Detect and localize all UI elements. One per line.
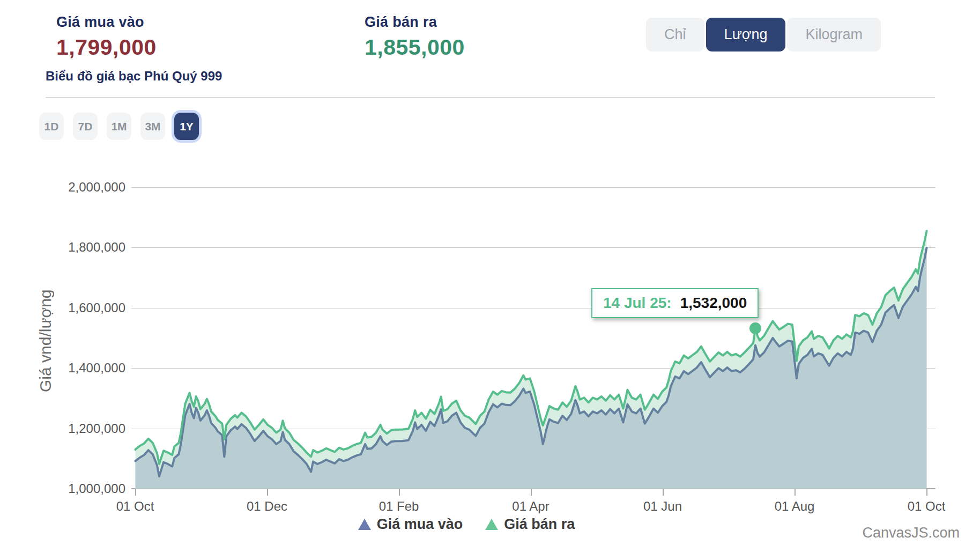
range-toolbar: 1D7D1M3M1Y [39, 113, 199, 140]
y-axis-label: 2,000,000 [21, 180, 125, 195]
x-axis-label: 01 Feb [361, 499, 436, 514]
x-axis-label: 01 Dec [229, 499, 305, 514]
range-button-7d[interactable]: 7D [73, 113, 98, 140]
y-axis-label: 1,200,000 [21, 421, 125, 436]
x-axis-tick [531, 489, 532, 496]
buy-price-label: Giá mua vào [56, 14, 157, 31]
x-axis-label: 01 Apr [493, 499, 568, 514]
unit-toggle-luong[interactable]: Lượng [706, 18, 786, 52]
y-axis-label: 1,400,000 [21, 361, 125, 376]
legend-label-sell: Giá bán ra [504, 516, 575, 533]
x-axis-tick [926, 489, 927, 496]
sell-price-label: Giá bán ra [365, 14, 465, 31]
x-axis-labels: 01 Oct01 Dec01 Feb01 Apr01 Jun01 Aug01 O… [135, 499, 927, 517]
legend-item-sell[interactable]: Giá bán ra [485, 516, 575, 533]
x-axis-tick [267, 489, 268, 496]
x-axis-label: 01 Jun [625, 499, 700, 514]
x-axis-tick [135, 489, 136, 496]
chart-subtitle: Biểu đồ giá bạc Phú Quý 999 [46, 69, 222, 84]
tooltip-date: 14 Jul 25: [603, 295, 672, 312]
silver-price-widget: Giá mua vào 1,799,000 Giá bán ra 1,855,0… [0, 0, 980, 559]
tooltip: 14 Jul 25: 1,532,000 [591, 288, 759, 318]
x-axis-tick [399, 489, 400, 496]
buy-area [136, 248, 927, 489]
y-axis-label: 1,600,000 [21, 300, 125, 315]
buy-triangle-icon [358, 519, 371, 530]
range-button-1m[interactable]: 1M [107, 113, 131, 140]
legend-label-buy: Giá mua vào [377, 516, 463, 533]
sell-triangle-icon [485, 519, 498, 530]
x-axis-label: 01 Oct [889, 499, 964, 514]
range-button-1d[interactable]: 1D [39, 113, 64, 140]
buy-price-block: Giá mua vào 1,799,000 [56, 14, 157, 60]
x-axis-tick [663, 489, 664, 496]
unit-toggle-kilogram[interactable]: Kilogram [787, 18, 881, 52]
divider [46, 97, 935, 98]
buy-price-value: 1,799,000 [56, 35, 157, 60]
x-axis-tick [795, 489, 796, 496]
x-axis-label: 01 Oct [98, 499, 173, 514]
y-axis-label: 1,800,000 [21, 240, 125, 255]
unit-toggle: ChỉLượngKilogram [646, 18, 881, 52]
sell-price-block: Giá bán ra 1,855,000 [365, 14, 465, 60]
x-axis-ticks [135, 489, 927, 496]
x-axis-label: 01 Aug [757, 499, 832, 514]
y-axis-labels: 2,000,0001,800,0001,600,0001,400,0001,20… [21, 187, 125, 489]
unit-toggle-chi[interactable]: Chỉ [646, 18, 704, 52]
legend-item-buy[interactable]: Giá mua vào [358, 516, 463, 533]
chart-svg[interactable] [135, 187, 927, 489]
range-button-1y[interactable]: 1Y [174, 113, 199, 140]
sell-price-value: 1,855,000 [365, 35, 465, 60]
tooltip-value: 1,532,000 [680, 295, 747, 312]
y-axis-label: 1,000,000 [21, 481, 125, 496]
watermark-canvasjs: CanvasJS.com [862, 525, 960, 541]
marker-dot [749, 322, 761, 334]
range-button-3m[interactable]: 3M [140, 113, 165, 140]
legend: Giá mua vào Giá bán ra [0, 516, 933, 533]
